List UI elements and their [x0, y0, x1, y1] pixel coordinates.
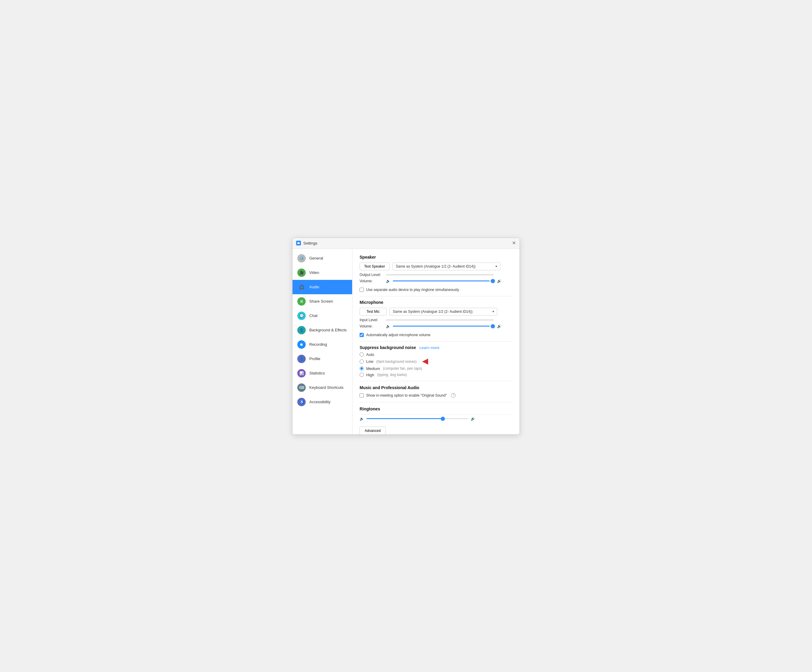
- input-level-label: Input Level:: [360, 318, 384, 322]
- speaker-slider-track: [393, 280, 495, 281]
- auto-adjust-checkbox[interactable]: [360, 333, 364, 337]
- app-icon: [296, 240, 301, 246]
- sidebar-item-background[interactable]: 👤 Background & Effects: [293, 323, 352, 337]
- sidebar-item-profile[interactable]: 👤 Profile: [293, 352, 352, 366]
- sidebar-item-accessibility[interactable]: ♿ Accessibility: [293, 395, 352, 409]
- sidebar-item-keyboard[interactable]: ⌨ Keyboard Shortcuts: [293, 380, 352, 395]
- suppress-high-radio[interactable]: [360, 373, 364, 377]
- main-panel: Speaker Test Speaker Same as System (Ana…: [352, 249, 519, 434]
- speaker-dropdown[interactable]: Same as System (Analogue 1/2 (2- Audient…: [392, 263, 500, 270]
- speaker-slider-fill: [393, 280, 490, 281]
- video-icon: 🎥: [297, 268, 306, 277]
- suppress-medium-row: Medium (computer fan, pen taps): [360, 367, 512, 371]
- general-icon: ⚙️: [297, 254, 306, 263]
- sidebar-label-profile: Profile: [309, 356, 321, 361]
- svg-rect-0: [297, 242, 300, 244]
- sidebar-item-statistics[interactable]: 📊 Statistics: [293, 366, 352, 380]
- chevron-down-icon: ▾: [496, 264, 497, 268]
- advanced-button[interactable]: Advanced: [360, 426, 386, 434]
- music-section: Music and Professional Audio Show in-mee…: [360, 385, 512, 398]
- recording-icon: ⏺: [297, 340, 306, 349]
- sidebar-label-video: Video: [309, 270, 319, 275]
- accessibility-icon: ♿: [297, 398, 306, 406]
- output-level-label: Output Level:: [360, 273, 384, 277]
- speaker-volume-slider[interactable]: [393, 278, 495, 284]
- mic-volume-label: Volume:: [360, 324, 384, 328]
- mic-slider-thumb: [491, 324, 495, 328]
- mic-volume-low-icon: 🔈: [386, 324, 391, 328]
- mic-chevron-down-icon: ▾: [493, 310, 494, 313]
- mic-dropdown-value: Same as System (Analogue 1/2 (2- Audient…: [393, 309, 473, 314]
- music-section-title: Music and Professional Audio: [360, 385, 512, 390]
- share-screen-icon: 🖥: [297, 297, 306, 305]
- suppress-medium-label: Medium: [366, 367, 380, 371]
- sidebar-item-share-screen[interactable]: 🖥 Share Screen: [293, 294, 352, 309]
- suppress-low-row: Low (faint background noises): [360, 358, 512, 365]
- separate-audio-label: Use separate audio device to play ringto…: [366, 288, 459, 292]
- output-level-row: Output Level:: [360, 273, 512, 277]
- suppress-low-radio[interactable]: [360, 360, 364, 364]
- sidebar-label-accessibility: Accessibility: [309, 400, 331, 404]
- sidebar-item-recording[interactable]: ⏺ Recording: [293, 337, 352, 352]
- background-icon: 👤: [297, 326, 306, 334]
- learn-more-link[interactable]: Learn more: [420, 345, 439, 350]
- music-checkbox-row: Show in-meeting option to enable "Origin…: [360, 393, 512, 398]
- sidebar-item-general[interactable]: ⚙️ General: [293, 251, 352, 266]
- mic-slider-track: [393, 326, 495, 327]
- help-icon[interactable]: ?: [451, 393, 456, 398]
- suppress-high-row: High (typing, dog barks): [360, 373, 512, 377]
- sidebar-label-share-screen: Share Screen: [309, 299, 333, 304]
- sidebar-item-video[interactable]: 🎥 Video: [293, 266, 352, 280]
- ringtones-bar: [367, 418, 468, 419]
- separate-audio-checkbox[interactable]: [360, 288, 364, 292]
- speaker-controls-row: Test Speaker Same as System (Analogue 1/…: [360, 263, 512, 270]
- sidebar-item-chat[interactable]: 💬 Chat: [293, 309, 352, 323]
- window-title: Settings: [303, 241, 317, 246]
- sidebar-item-audio[interactable]: 🎧 Audio: [293, 280, 352, 294]
- ringtones-thumb: [441, 417, 445, 421]
- divider-3: [360, 381, 512, 381]
- input-level-bar: [386, 319, 494, 321]
- audio-icon: 🎧: [297, 283, 306, 291]
- suppress-high-label: High: [366, 373, 374, 377]
- test-speaker-button[interactable]: Test Speaker: [360, 263, 389, 270]
- title-bar: Settings ✕: [293, 238, 519, 249]
- sidebar-label-chat: Chat: [309, 314, 317, 318]
- settings-window: Settings ✕ ⚙️ General 🎥 Video 🎧 Audio 🖥 …: [292, 238, 520, 435]
- auto-adjust-label: Automatically adjust microphone volume: [366, 333, 430, 337]
- suppress-medium-radio[interactable]: [360, 367, 364, 370]
- music-checkbox[interactable]: [360, 393, 364, 397]
- main-content: ⚙️ General 🎥 Video 🎧 Audio 🖥 Share Scree…: [293, 249, 519, 434]
- suppress-high-sub: (typing, dog barks): [377, 373, 407, 377]
- sidebar-label-statistics: Statistics: [309, 371, 325, 375]
- ringtones-volume-low-icon: 🔈: [360, 417, 364, 421]
- suppress-auto-row: Auto: [360, 352, 512, 357]
- speaker-volume-row: Volume: 🔈 🔊: [360, 278, 512, 284]
- auto-adjust-row: Automatically adjust microphone volume: [360, 333, 512, 337]
- separate-audio-row: Use separate audio device to play ringto…: [360, 288, 512, 292]
- suppress-header: Suppress background noise Learn more: [360, 345, 512, 350]
- mic-volume-slider[interactable]: [393, 323, 495, 329]
- input-level-row: Input Level:: [360, 318, 512, 322]
- speaker-dropdown-value: Same as System (Analogue 1/2 (2- Audient…: [396, 264, 476, 268]
- ringtones-section: Ringtones 🔈 🔊: [360, 406, 512, 422]
- title-bar-left: Settings: [296, 240, 317, 246]
- close-button[interactable]: ✕: [512, 240, 516, 246]
- svg-marker-1: [298, 242, 299, 242]
- suppress-low-sub: (faint background noises): [376, 360, 417, 364]
- mic-controls-row: Test Mic Same as System (Analogue 1/2 (2…: [360, 308, 512, 316]
- speaker-volume-label: Volume:: [360, 279, 384, 283]
- ringtones-title: Ringtones: [360, 406, 512, 411]
- microphone-section-title: Microphone: [360, 300, 512, 305]
- music-checkbox-label: Show in-meeting option to enable "Origin…: [366, 393, 447, 397]
- ringtones-volume-row: 🔈 🔊: [360, 414, 512, 422]
- suppress-auto-radio[interactable]: [360, 352, 364, 356]
- test-mic-button[interactable]: Test Mic: [360, 308, 387, 316]
- suppress-low-label: Low: [366, 359, 374, 364]
- mic-dropdown[interactable]: Same as System (Analogue 1/2 (2- Audient…: [389, 308, 497, 316]
- profile-icon: 👤: [297, 355, 306, 363]
- sidebar-label-background: Background & Effects: [309, 328, 347, 332]
- ringtones-volume-high-icon: 🔊: [471, 417, 475, 421]
- ringtones-slider[interactable]: [367, 416, 468, 422]
- chat-icon: 💬: [297, 312, 306, 320]
